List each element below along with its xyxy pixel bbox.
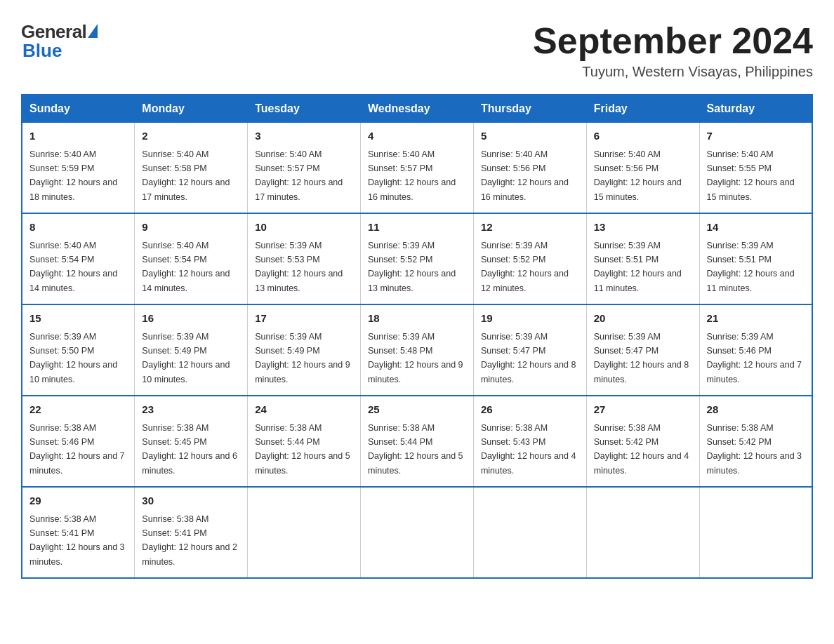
table-row: 22 Sunrise: 5:38 AMSunset: 5:46 PMDaylig… <box>22 396 135 487</box>
header-wednesday: Wednesday <box>361 95 474 123</box>
day-number: 23 <box>142 402 240 418</box>
day-info: Sunrise: 5:39 AMSunset: 5:49 PMDaylight:… <box>142 332 230 384</box>
day-number: 22 <box>29 402 127 418</box>
table-row <box>586 487 699 578</box>
header-tuesday: Tuesday <box>248 95 361 123</box>
day-number: 21 <box>707 311 805 327</box>
day-info: Sunrise: 5:39 AMSunset: 5:49 PMDaylight:… <box>255 332 350 384</box>
day-number: 12 <box>481 220 579 236</box>
calendar-week-row: 29 Sunrise: 5:38 AMSunset: 5:41 PMDaylig… <box>22 487 812 578</box>
day-info: Sunrise: 5:39 AMSunset: 5:53 PMDaylight:… <box>255 241 343 293</box>
day-info: Sunrise: 5:38 AMSunset: 5:44 PMDaylight:… <box>255 423 350 476</box>
day-info: Sunrise: 5:40 AMSunset: 5:56 PMDaylight:… <box>594 149 682 202</box>
day-info: Sunrise: 5:40 AMSunset: 5:56 PMDaylight:… <box>481 149 569 202</box>
table-row: 2 Sunrise: 5:40 AMSunset: 5:58 PMDayligh… <box>135 123 248 214</box>
day-info: Sunrise: 5:40 AMSunset: 5:57 PMDaylight:… <box>368 149 456 202</box>
header-friday: Friday <box>586 95 699 123</box>
day-info: Sunrise: 5:38 AMSunset: 5:42 PMDaylight:… <box>594 423 689 476</box>
header-sunday: Sunday <box>22 95 135 123</box>
day-number: 13 <box>594 220 692 236</box>
table-row <box>473 487 586 578</box>
day-info: Sunrise: 5:39 AMSunset: 5:47 PMDaylight:… <box>594 332 689 384</box>
day-number: 24 <box>255 402 353 418</box>
day-number: 18 <box>368 311 466 327</box>
day-info: Sunrise: 5:38 AMSunset: 5:42 PMDaylight:… <box>707 423 802 476</box>
table-row: 30 Sunrise: 5:38 AMSunset: 5:41 PMDaylig… <box>135 487 248 578</box>
day-info: Sunrise: 5:39 AMSunset: 5:48 PMDaylight:… <box>368 332 463 384</box>
table-row: 29 Sunrise: 5:38 AMSunset: 5:41 PMDaylig… <box>22 487 135 578</box>
day-info: Sunrise: 5:40 AMSunset: 5:55 PMDaylight:… <box>707 149 795 202</box>
calendar-table: Sunday Monday Tuesday Wednesday Thursday… <box>21 94 813 579</box>
table-row: 9 Sunrise: 5:40 AMSunset: 5:54 PMDayligh… <box>135 213 248 304</box>
day-info: Sunrise: 5:39 AMSunset: 5:47 PMDaylight:… <box>481 332 576 384</box>
table-row: 18 Sunrise: 5:39 AMSunset: 5:48 PMDaylig… <box>361 304 474 396</box>
month-title: September 2024 <box>533 21 813 61</box>
table-row: 28 Sunrise: 5:38 AMSunset: 5:42 PMDaylig… <box>699 396 812 487</box>
day-number: 8 <box>29 220 127 236</box>
day-info: Sunrise: 5:40 AMSunset: 5:57 PMDaylight:… <box>255 149 343 202</box>
day-number: 4 <box>368 128 466 145</box>
day-number: 7 <box>707 128 805 145</box>
day-number: 17 <box>255 311 353 327</box>
calendar-week-row: 8 Sunrise: 5:40 AMSunset: 5:54 PMDayligh… <box>22 213 812 304</box>
day-info: Sunrise: 5:38 AMSunset: 5:41 PMDaylight:… <box>142 514 237 567</box>
logo-blue-text: Blue <box>22 40 62 62</box>
table-row: 14 Sunrise: 5:39 AMSunset: 5:51 PMDaylig… <box>699 213 812 304</box>
day-number: 16 <box>142 311 240 327</box>
table-row: 27 Sunrise: 5:38 AMSunset: 5:42 PMDaylig… <box>586 396 699 487</box>
table-row: 15 Sunrise: 5:39 AMSunset: 5:50 PMDaylig… <box>22 304 135 396</box>
day-info: Sunrise: 5:40 AMSunset: 5:59 PMDaylight:… <box>29 149 117 202</box>
day-number: 11 <box>368 220 466 236</box>
table-row: 6 Sunrise: 5:40 AMSunset: 5:56 PMDayligh… <box>586 123 699 214</box>
header-saturday: Saturday <box>699 95 812 123</box>
table-row: 7 Sunrise: 5:40 AMSunset: 5:55 PMDayligh… <box>699 123 812 214</box>
day-number: 29 <box>29 493 127 509</box>
day-info: Sunrise: 5:38 AMSunset: 5:43 PMDaylight:… <box>481 423 576 476</box>
table-row: 13 Sunrise: 5:39 AMSunset: 5:51 PMDaylig… <box>586 213 699 304</box>
table-row <box>361 487 474 578</box>
table-row: 23 Sunrise: 5:38 AMSunset: 5:45 PMDaylig… <box>135 396 248 487</box>
table-row: 5 Sunrise: 5:40 AMSunset: 5:56 PMDayligh… <box>473 123 586 214</box>
day-info: Sunrise: 5:40 AMSunset: 5:54 PMDaylight:… <box>142 241 230 293</box>
day-info: Sunrise: 5:38 AMSunset: 5:46 PMDaylight:… <box>29 423 125 476</box>
calendar-week-row: 22 Sunrise: 5:38 AMSunset: 5:46 PMDaylig… <box>22 396 812 487</box>
calendar-header-row: Sunday Monday Tuesday Wednesday Thursday… <box>22 95 812 123</box>
day-info: Sunrise: 5:38 AMSunset: 5:41 PMDaylight:… <box>29 514 125 567</box>
day-number: 26 <box>481 402 579 418</box>
title-area: September 2024 Tuyum, Western Visayas, P… <box>533 21 813 80</box>
day-number: 10 <box>255 220 353 236</box>
table-row: 1 Sunrise: 5:40 AMSunset: 5:59 PMDayligh… <box>22 123 135 214</box>
table-row: 3 Sunrise: 5:40 AMSunset: 5:57 PMDayligh… <box>248 123 361 214</box>
day-info: Sunrise: 5:39 AMSunset: 5:46 PMDaylight:… <box>707 332 802 384</box>
day-number: 25 <box>368 402 466 418</box>
page-header: General Blue September 2024 Tuyum, Weste… <box>21 21 813 80</box>
day-info: Sunrise: 5:39 AMSunset: 5:51 PMDaylight:… <box>707 241 795 293</box>
table-row: 10 Sunrise: 5:39 AMSunset: 5:53 PMDaylig… <box>248 213 361 304</box>
day-info: Sunrise: 5:39 AMSunset: 5:51 PMDaylight:… <box>594 241 682 293</box>
table-row: 25 Sunrise: 5:38 AMSunset: 5:44 PMDaylig… <box>361 396 474 487</box>
logo-triangle-icon <box>88 24 98 38</box>
day-info: Sunrise: 5:39 AMSunset: 5:52 PMDaylight:… <box>368 241 456 293</box>
table-row: 21 Sunrise: 5:39 AMSunset: 5:46 PMDaylig… <box>699 304 812 396</box>
day-number: 5 <box>481 128 579 145</box>
day-number: 1 <box>29 128 127 145</box>
table-row: 17 Sunrise: 5:39 AMSunset: 5:49 PMDaylig… <box>248 304 361 396</box>
table-row <box>699 487 812 578</box>
day-number: 27 <box>594 402 692 418</box>
logo: General Blue <box>21 21 98 62</box>
day-number: 19 <box>481 311 579 327</box>
day-info: Sunrise: 5:38 AMSunset: 5:44 PMDaylight:… <box>368 423 463 476</box>
day-number: 6 <box>594 128 692 145</box>
day-number: 14 <box>707 220 805 236</box>
day-number: 28 <box>707 402 805 418</box>
day-number: 3 <box>255 128 353 145</box>
location-subtitle: Tuyum, Western Visayas, Philippines <box>533 64 813 80</box>
day-info: Sunrise: 5:39 AMSunset: 5:50 PMDaylight:… <box>29 332 117 384</box>
table-row: 16 Sunrise: 5:39 AMSunset: 5:49 PMDaylig… <box>135 304 248 396</box>
calendar-week-row: 1 Sunrise: 5:40 AMSunset: 5:59 PMDayligh… <box>22 123 812 214</box>
calendar-week-row: 15 Sunrise: 5:39 AMSunset: 5:50 PMDaylig… <box>22 304 812 396</box>
day-info: Sunrise: 5:39 AMSunset: 5:52 PMDaylight:… <box>481 241 569 293</box>
day-number: 15 <box>29 311 127 327</box>
table-row: 24 Sunrise: 5:38 AMSunset: 5:44 PMDaylig… <box>248 396 361 487</box>
day-info: Sunrise: 5:40 AMSunset: 5:58 PMDaylight:… <box>142 149 230 202</box>
